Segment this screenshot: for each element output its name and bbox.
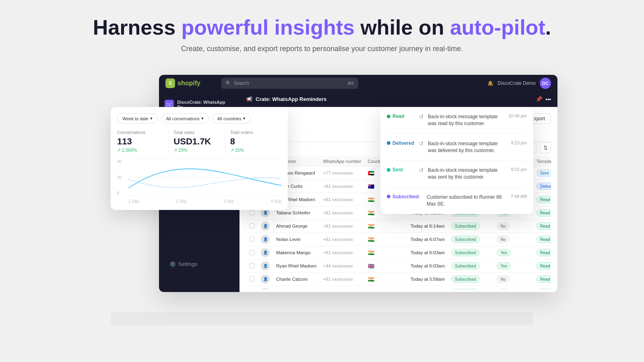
activity-item: Subscribed Customer subscribed to Runner… (387, 194, 527, 208)
row-template: Read (533, 273, 551, 286)
row-subscription: Subscribed (448, 273, 493, 286)
activity-time: 9:22 pm (511, 167, 527, 172)
metric-conversations: Conversations 113 ↗ 2,500% (117, 130, 169, 153)
analytics-card: Week to date ▾ All conversations ▾ All c… (111, 107, 288, 210)
row-template: Read (533, 193, 551, 206)
row-avatar: 👤 (258, 259, 273, 273)
filter-period-btn[interactable]: Week to date ▾ (117, 113, 158, 123)
row-template: Read (533, 259, 551, 273)
row-country: 🇮🇳 (365, 233, 387, 246)
row-template: Read (533, 286, 551, 290)
row-date: Today at 6:03am (407, 259, 448, 273)
row-country: 🇮🇳 (365, 273, 387, 286)
activity-time: 9:23 pm (511, 140, 527, 145)
row-template: Read (533, 220, 551, 233)
shopify-logo: S shopify (165, 78, 200, 88)
app-topbar-title: Crate: WhatsApp Reminders (256, 96, 326, 102)
activity-status: Read (387, 113, 415, 119)
col-whatsapp[interactable]: WhatsApp number (320, 156, 364, 167)
row-template: Delivered (533, 180, 551, 193)
row-date: Today at 6:14am (407, 220, 448, 233)
activity-status: Delivered (387, 140, 415, 146)
row-template: Read (533, 206, 551, 220)
chart-area: 40 20 0 1 Sep 2 Sep 3 Sep (117, 159, 281, 204)
hero-title: Harness powerful insights while on auto-… (93, 16, 551, 39)
activity-item: Read ↺ Back-in-stock message template wa… (387, 113, 527, 134)
avatar: DC (540, 78, 551, 89)
bottom-bar (111, 312, 533, 325)
app-topbar: 📢 Crate: WhatsApp Reminders 📌 ••• (239, 92, 557, 107)
row-subscription: Subscribed (448, 259, 493, 273)
row-country: 🇬🇧 (365, 259, 387, 273)
row-subscription: Subscribed (448, 246, 493, 259)
activity-panel: Read ↺ Back-in-stock message template wa… (380, 107, 533, 214)
activity-item: Sent ↺ Back-in-stock message template wa… (387, 167, 527, 187)
row-marketing: Yes (493, 246, 533, 259)
activity-icon: ↺ (419, 113, 424, 120)
row-subscription: Subscribed (448, 220, 493, 233)
row-checkbox[interactable] (246, 220, 258, 233)
filter-countries-btn[interactable]: All countries ▾ (212, 113, 251, 123)
app-topbar-actions: 📌 ••• (536, 96, 551, 102)
activity-icon: ↺ (419, 140, 424, 147)
activity-text: Customer subscribed to Runner 88 Max SE. (427, 194, 506, 208)
row-customer: Ahmad George (273, 220, 320, 233)
activity-status: Sent (387, 167, 415, 173)
row-checkbox[interactable] (246, 246, 258, 259)
table-row[interactable]: 👤 Charlie Calzoni +81 xxxxxxxxx 🇮🇳 Today… (246, 273, 551, 286)
filter-conversations-btn[interactable]: All conversations ▾ (161, 113, 209, 123)
row-phone: +81 xxxxxxxxx (320, 193, 364, 206)
row-template: Read (533, 233, 551, 246)
row-customer: Nolan Levin (273, 233, 320, 246)
chart-x-labels: 1 Sep 2 Sep 3 Sep 4 Sep (128, 199, 281, 204)
row-marketing: Yes (493, 259, 533, 273)
row-checkbox[interactable] (246, 233, 258, 246)
row-marketing: No (493, 273, 533, 286)
screenshot-wrapper: Week to date ▾ All conversations ▾ All c… (111, 75, 533, 308)
row-checkbox[interactable] (246, 259, 258, 273)
shopify-topbar: S shopify 🔍 Search ⌘K 🔔 DiscoCrate Demo … (159, 75, 557, 92)
row-checkbox[interactable] (246, 273, 258, 286)
row-phone: +44 xxxxxxxxx (320, 259, 364, 273)
shopify-search[interactable]: 🔍 Search ⌘K (221, 78, 358, 89)
row-avatar: 👤 (258, 273, 273, 286)
row-phone: +77 xxxxxxxxx (320, 167, 364, 180)
search-icon: 🔍 (225, 80, 231, 86)
table-row[interactable]: 👤 Ryan Rhiel Madsen +44 xxxxxxxxx 🇬🇧 Tod… (246, 259, 551, 273)
analytics-filters: Week to date ▾ All conversations ▾ All c… (117, 113, 281, 123)
row-tag: VIP (387, 286, 407, 290)
row-subscription: Subscribed (448, 286, 493, 290)
row-date: Today at 6:07am (407, 233, 448, 246)
row-phone: +85 xxxxxxxxx (320, 286, 364, 290)
row-tag (387, 246, 407, 259)
row-avatar: 👤 (258, 286, 273, 290)
row-customer: Makenna Mango (273, 246, 320, 259)
row-phone: +81 xxxxxxxxx (320, 233, 364, 246)
row-avatar: 👤 (258, 246, 273, 259)
activity-text: Back-in-stock message template was deliv… (428, 140, 507, 154)
row-marketing: No (493, 220, 533, 233)
table-row[interactable]: 👤 Craig Carder +85 xxxxxxxxx 🇳🇬 VIP Toda… (246, 286, 551, 290)
sidebar-settings-bottom[interactable]: ⚙️ Settings (162, 258, 236, 270)
metric-sales: Total sales USD1.7K ↗ 23% (173, 130, 225, 153)
table-row[interactable]: 👤 Makenna Mango +81 xxxxxxxxx 🇮🇳 Today a… (246, 246, 551, 259)
sort-table-btn[interactable]: ⇅ (540, 142, 551, 153)
row-checkbox[interactable] (246, 286, 258, 290)
table-row[interactable]: 👤 Ahmad George +81 xxxxxxxxx 🇮🇳 Today at… (246, 220, 551, 233)
row-avatar: 👤 (258, 233, 273, 246)
notification-icon[interactable]: 🔔 (487, 80, 493, 86)
row-customer: Craig Carder (273, 286, 320, 290)
row-phone: +81 xxxxxxxxx (320, 246, 364, 259)
row-date: Today at 5:58am (407, 273, 448, 286)
more-icon[interactable]: ••• (545, 96, 551, 102)
row-tag (387, 273, 407, 286)
col-template[interactable]: Template status ↓ (533, 156, 551, 167)
row-subscription: Subscribed (448, 233, 493, 246)
activity-time: 7:49 AM (511, 194, 527, 199)
row-date: Today at 6:03am (407, 246, 448, 259)
pin-icon[interactable]: 📌 (536, 96, 542, 102)
row-phone: +81 xxxxxxxxx (320, 180, 364, 193)
activity-icon: ↺ (419, 167, 424, 173)
row-phone: +81 xxxxxxxxx (320, 273, 364, 286)
table-row[interactable]: 👤 Nolan Levin +81 xxxxxxxxx 🇮🇳 Today at … (246, 233, 551, 246)
